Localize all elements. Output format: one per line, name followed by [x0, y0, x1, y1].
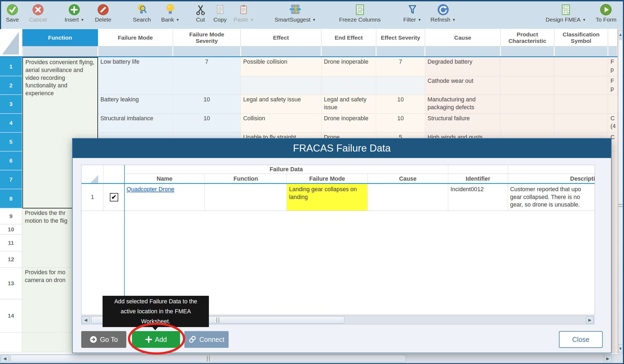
dialog-cell-function[interactable] — [205, 184, 287, 211]
cell-class-symbol-r2[interactable] — [554, 76, 608, 95]
cell-overflow-r2[interactable]: F p — [608, 76, 618, 95]
row-number[interactable]: 7 — [0, 170, 22, 189]
dialog-column-header-name[interactable]: Name — [124, 174, 205, 184]
cell-end-effect-r4[interactable]: Drone inoperable — [321, 114, 376, 133]
row-number[interactable]: 14 — [0, 299, 22, 332]
cell-product-char-r3[interactable] — [501, 95, 554, 114]
row-number[interactable]: 4 — [0, 114, 22, 133]
cell-failure-mode-r4[interactable]: Structural imbalance — [98, 114, 173, 133]
failure-record-link[interactable]: Quadcopter Drone — [127, 186, 174, 193]
design-fmea-button[interactable]: Design FMEA▼ — [546, 3, 586, 23]
scroll-left-arrow[interactable]: ◀ — [82, 316, 90, 324]
cell-product-char-r1[interactable] — [501, 57, 554, 76]
insert-button[interactable]: Insert▼ — [65, 3, 84, 23]
filter-cell[interactable] — [98, 46, 172, 56]
cell-end-effect-r3[interactable]: Legal and safety issue — [321, 95, 376, 114]
cell-effect-severity-r1[interactable]: 7 — [376, 57, 425, 76]
filter-cell[interactable] — [377, 46, 425, 56]
filter-cell[interactable] — [23, 46, 97, 56]
scroll-left-arrow[interactable]: ◀ — [1, 355, 9, 362]
dialog-column-header-function[interactable]: Function — [205, 174, 287, 184]
column-header-end-effect[interactable]: End Effect — [321, 29, 376, 46]
paste-button[interactable]: Paste▼ — [234, 3, 254, 23]
column-header-overflow[interactable] — [608, 29, 618, 46]
cell-end-effect-r2[interactable] — [321, 76, 376, 95]
filter-cell[interactable] — [501, 46, 554, 56]
column-header-effect[interactable]: Effect — [241, 29, 321, 46]
smartsuggest-button[interactable]: SmartSuggest▼ — [274, 3, 316, 23]
freeze-columns-button[interactable]: Freeze Columns — [339, 3, 381, 23]
filter-cell[interactable] — [173, 46, 240, 56]
search-button[interactable]: Search — [133, 3, 151, 23]
row-number[interactable]: 9 — [0, 208, 22, 224]
cell-failure-mode-r3[interactable]: Battery leaking — [98, 95, 173, 114]
dialog-cell-cause[interactable] — [368, 184, 448, 211]
cut-button[interactable]: Cut — [195, 3, 206, 23]
dialog-select-all-corner[interactable] — [82, 165, 104, 184]
connect-button[interactable]: Connect — [184, 331, 229, 348]
row-number[interactable]: 3 — [0, 95, 22, 114]
scroll-right-arrow[interactable]: ▶ — [586, 316, 594, 324]
cell-effect-r1[interactable]: Possible collision — [241, 57, 321, 76]
dialog-column-header-failure-mode[interactable]: Failure Mode — [287, 174, 368, 184]
cell-effect-severity-r4[interactable]: 10 — [376, 114, 425, 133]
add-button[interactable]: Add — [132, 331, 180, 348]
cell-effect-r2[interactable] — [241, 76, 321, 95]
cell-effect-severity-r3[interactable]: 10 — [376, 95, 425, 114]
cell-cause-r3[interactable]: Manufacturing and packaging defects — [425, 95, 501, 114]
to-form-button[interactable]: To Form — [596, 3, 616, 23]
cell-cause-r4[interactable]: Structural failure — [425, 114, 501, 133]
cell-product-char-r4[interactable] — [501, 114, 554, 133]
save-button[interactable]: Save — [6, 3, 19, 23]
delete-button[interactable]: Delete — [95, 3, 111, 23]
main-vertical-scrollbar[interactable]: ▲ ▼ — [618, 29, 623, 353]
refresh-button[interactable]: Refresh▼ — [430, 3, 456, 23]
copy-button[interactable]: Copy — [213, 3, 227, 23]
column-header-failure-mode-severity[interactable]: Failure Mode Severity — [173, 29, 241, 46]
cell-class-symbol-r3[interactable] — [554, 95, 608, 114]
filter-cell[interactable] — [555, 46, 608, 56]
cell-failure-mode-r1[interactable]: Low battery life — [98, 57, 173, 95]
goto-button[interactable]: Go To — [81, 331, 126, 348]
scroll-up-arrow[interactable]: ▲ — [618, 30, 623, 38]
vertical-scroll-thumb[interactable] — [618, 40, 623, 364]
cell-overflow-r3[interactable] — [608, 95, 618, 114]
cell-product-char-r2[interactable] — [501, 76, 554, 95]
row-number[interactable]: 8 — [0, 189, 22, 208]
cell-cause-r2[interactable]: Cathode wear out — [425, 76, 501, 95]
cell-effect-severity-r2[interactable] — [376, 76, 425, 95]
cell-overflow-r4[interactable]: C (4 — [608, 114, 618, 133]
dialog-row-number[interactable]: 1 — [82, 184, 104, 211]
filter-cell[interactable] — [608, 46, 617, 56]
select-all-corner[interactable] — [0, 29, 22, 56]
row-number[interactable]: 2 — [0, 76, 22, 95]
column-header-product-characteristic[interactable]: Product Characteristic — [501, 29, 554, 46]
cancel-button[interactable]: Cancel — [29, 3, 47, 23]
dialog-column-header-identifier[interactable]: Identifier — [448, 174, 508, 184]
cell-effect-r4[interactable]: Collision — [241, 114, 321, 133]
column-header-classification-symbol[interactable]: Classification Symbol — [554, 29, 608, 46]
column-header-effect-severity[interactable]: Effect Severity — [376, 29, 425, 46]
close-button[interactable]: Close — [559, 331, 603, 348]
dialog-column-header-description[interactable]: Description — [508, 174, 595, 184]
cell-cause-r1[interactable]: Degraded battery — [425, 57, 501, 76]
dialog-cell-failure-mode-highlighted[interactable]: Landing gear collapses on landing — [287, 184, 368, 211]
row-number[interactable]: 10 — [0, 224, 22, 235]
cell-fm-severity-r3[interactable]: 10 — [173, 95, 241, 114]
horizontal-scroll-thumb[interactable] — [11, 355, 406, 362]
column-header-failure-mode[interactable]: Failure Mode — [98, 29, 173, 46]
dialog-cell-description[interactable]: Customer reported that upo gear collapse… — [508, 184, 595, 211]
cell-fm-severity-r4[interactable]: 10 — [173, 114, 241, 133]
row-select-checkbox[interactable]: ✔ — [110, 193, 118, 201]
dialog-cell-identifier[interactable]: Incident0012 — [448, 184, 508, 211]
row-number[interactable]: 11 — [0, 235, 22, 251]
scroll-down-arrow[interactable]: ▼ — [618, 344, 623, 352]
bank-button[interactable]: Bank▼ — [161, 3, 179, 23]
row-number[interactable]: 5 — [0, 133, 22, 152]
column-header-function[interactable]: Function — [22, 29, 98, 46]
cell-effect-r3[interactable]: Legal and safety issue — [241, 95, 321, 114]
cell-overflow-r1[interactable]: F p — [608, 57, 618, 76]
row-number[interactable]: 1 — [0, 57, 22, 76]
cell-class-symbol-r1[interactable] — [554, 57, 608, 76]
row-number[interactable]: 13 — [0, 268, 22, 299]
